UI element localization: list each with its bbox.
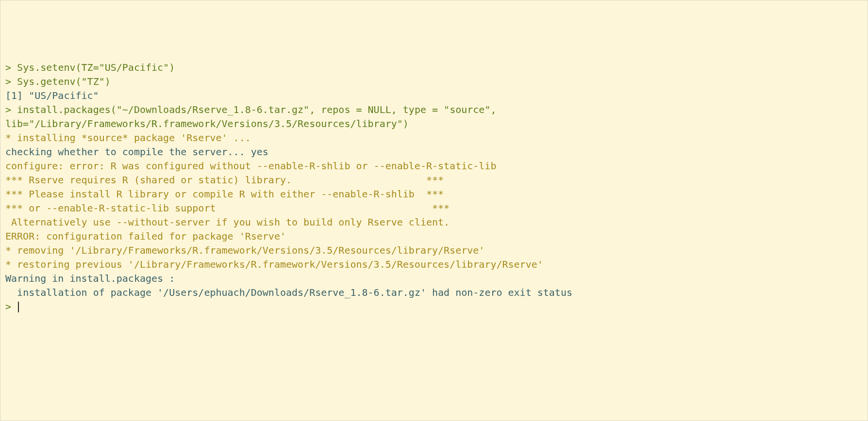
console-input: Sys.setenv(TZ="US/Pacific") — [17, 62, 175, 73]
console-line: configure: error: R was configured witho… — [5, 159, 863, 173]
console-output: configure: error: R was configured witho… — [5, 160, 496, 172]
console-line: > Sys.getenv("TZ") — [5, 75, 863, 89]
console-output: Warning in install.packages : — [5, 273, 175, 284]
console-output: ERROR: configuration failed for package … — [5, 230, 286, 242]
console-prompt: > — [5, 301, 17, 312]
console-line: * removing '/Library/Frameworks/R.framew… — [5, 243, 863, 258]
console-line: *** or --enable-R-static-lib support *** — [5, 201, 863, 215]
console-output: *** or --enable-R-static-lib support *** — [5, 202, 450, 214]
console-prompt: > — [5, 76, 17, 87]
text-cursor — [18, 302, 19, 312]
console-output: checking whether to compile the server..… — [5, 146, 268, 158]
console-input: Sys.getenv("TZ") — [17, 76, 111, 87]
console-output: * installing *source* package 'Rserve' .… — [5, 132, 251, 144]
console-output: * restoring previous '/Library/Framework… — [5, 259, 543, 270]
console-prompt: > — [5, 104, 17, 115]
console-line: ERROR: configuration failed for package … — [5, 229, 863, 243]
console-line: Alternatively use --without-server if yo… — [5, 215, 863, 229]
console-output: * removing '/Library/Frameworks/R.framew… — [5, 244, 484, 256]
console-line: *** Please install R library or compile … — [5, 187, 863, 201]
console-output: *** Please install R library or compile … — [5, 188, 444, 200]
console-line: > — [5, 300, 863, 314]
console-line: checking whether to compile the server..… — [5, 145, 863, 159]
console-line: * restoring previous '/Library/Framework… — [5, 258, 863, 272]
console-output: [1] "US/Pacific" — [5, 90, 99, 101]
console-line: [1] "US/Pacific" — [5, 89, 863, 103]
console-line: Warning in install.packages : — [5, 272, 863, 286]
console-output: installation of package '/Users/ephuach/… — [5, 287, 572, 298]
console-prompt: > — [5, 62, 17, 73]
console-line: * installing *source* package 'Rserve' .… — [5, 131, 863, 145]
console-output: *** Rserve requires R (shared or static)… — [5, 174, 444, 186]
console-line: installation of package '/Users/ephuach/… — [5, 286, 863, 300]
console-output: Alternatively use --without-server if yo… — [5, 216, 450, 228]
console-line: > Sys.setenv(TZ="US/Pacific") — [5, 61, 863, 75]
console-input: install.packages("~/Downloads/Rserve_1.8… — [5, 104, 502, 130]
console-line: *** Rserve requires R (shared or static)… — [5, 173, 863, 187]
r-console-output[interactable]: > Sys.setenv(TZ="US/Pacific")> Sys.geten… — [5, 61, 863, 314]
console-line: > install.packages("~/Downloads/Rserve_1… — [5, 103, 863, 131]
